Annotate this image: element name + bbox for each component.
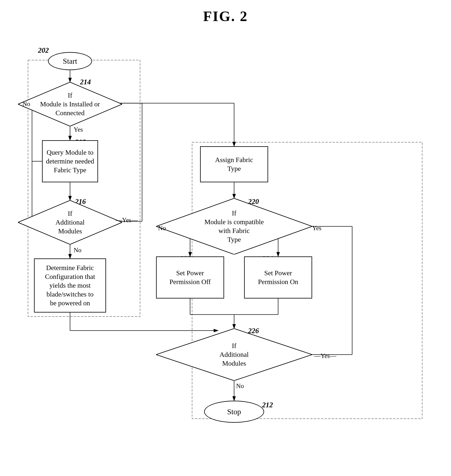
stop-node: Stop: [204, 401, 264, 423]
label-202: 202: [38, 46, 49, 54]
rect-224: Set PowerPermission On: [244, 257, 312, 298]
rect-218: Query Module todetermine neededFabric Ty…: [42, 140, 98, 182]
diamond-216: IfAdditionalModules: [18, 200, 122, 244]
yes-label-216: —Yes—: [116, 216, 138, 224]
diamond-214: IfModule is Installed orConnected: [18, 82, 122, 126]
label-212: 212: [262, 401, 273, 409]
rect-208: Assign FabricType: [200, 146, 268, 182]
yes-label-220: Yes: [312, 224, 322, 232]
rect-222: Set PowerPermission Off: [156, 257, 224, 298]
yes-label-214: Yes: [74, 126, 83, 133]
no-label-214: No: [22, 100, 30, 108]
no-label-216: No: [74, 246, 81, 254]
no-label-220: No: [158, 224, 166, 232]
yes-label-226: —Yes—: [314, 352, 336, 360]
diamond-226: IfAdditionalModules: [156, 328, 312, 381]
no-label-226: No: [236, 382, 244, 390]
start-node: Start: [48, 52, 92, 70]
rect-206: Determine FabricConfiguration thatyields…: [34, 258, 106, 313]
diamond-220: IfModule is compatiblewith FabricType: [156, 198, 312, 254]
page-title: FIG. 2: [0, 0, 451, 25]
